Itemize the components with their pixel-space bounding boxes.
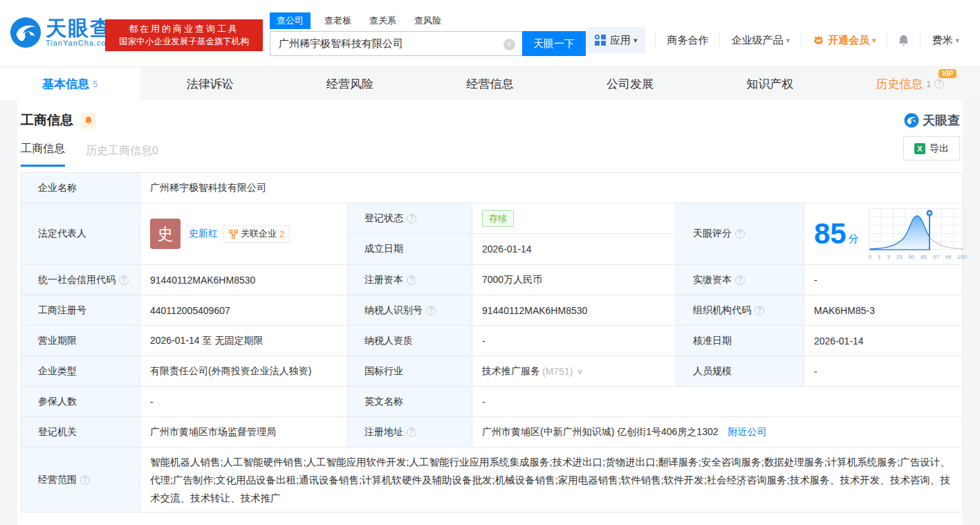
search-input[interactable] (270, 31, 522, 56)
company-name-label: 企业名称 (21, 173, 140, 203)
english-name-label: 英文名称 (348, 387, 472, 416)
avatar[interactable]: 史 (150, 219, 181, 249)
tab-legal-lawsuit[interactable]: 法律诉讼 (140, 67, 279, 100)
score-unit: 分 (849, 232, 859, 246)
score-value[interactable]: 85 分 (804, 203, 971, 264)
nav-item-vip[interactable]: 开通会员 ▾ (801, 33, 887, 47)
legal-rep-value: 史 史新红 关联企业 2 (140, 203, 348, 264)
company-nav-tabs: 基本信息 5 法律诉讼 经营风险 经营信息 公司发展 知识产权 VIP 历史信息… (0, 66, 980, 100)
reg-status-label: 登记状态? (348, 203, 472, 233)
search-tab-company[interactable]: 查公司 (270, 12, 311, 29)
related-count: 2 (279, 229, 284, 239)
paid-capital-label: 实缴资本? (676, 265, 804, 295)
vip-badge: VIP (939, 69, 956, 78)
help-icon[interactable]: ? (407, 427, 416, 437)
chevron-down-icon: ▾ (634, 36, 638, 45)
tab-basic-info[interactable]: 基本信息 5 (0, 67, 140, 100)
industry-value[interactable]: 技术推广服务 (M751) ∨ (472, 356, 676, 386)
staff-size-value: - (804, 356, 962, 386)
industry-code: (M751) (542, 366, 573, 377)
content-card: 工商信息 天眼查 工商信息 历史工商信息0 X 导出 企业名称 广州稀宇极智科技… (17, 100, 963, 525)
taxpayer-id-value: 91440112MAK6HM8530 (472, 295, 676, 325)
table-row: 营业期限 2026-01-14 至 无固定期限 纳税人资质 - 核准日期 202… (21, 326, 962, 356)
subtab-business-info[interactable]: 工商信息 (21, 142, 65, 167)
help-icon[interactable]: ? (735, 275, 745, 285)
reg-capital-value: 7000万人民币 (472, 265, 676, 295)
apps-grid-icon (595, 35, 606, 46)
staff-size-label: 人员规模 (676, 356, 804, 386)
watermark-logo: 天眼查 (904, 112, 960, 129)
help-icon[interactable]: ? (426, 306, 436, 315)
tianyancha-watermark-icon (904, 113, 919, 128)
taxpayer-quality-value: - (472, 326, 676, 356)
reg-number-value: 440112005409607 (140, 295, 348, 325)
tab-count: 5 (93, 79, 98, 89)
notification-bell-icon[interactable] (887, 33, 920, 47)
search-button[interactable]: 天眼一下 (522, 31, 586, 56)
tab-company-development[interactable]: 公司发展 (560, 67, 700, 100)
chevron-down-icon: ▾ (955, 36, 959, 45)
tianyancha-logo[interactable]: 天眼查 TianYanCha.com (10, 17, 113, 48)
apps-menu[interactable]: 应用 ▾ (586, 27, 646, 53)
approval-date-label: 核准日期 (676, 326, 804, 356)
help-icon[interactable]: ? (934, 79, 944, 89)
watermark-text: 天眼查 (923, 112, 960, 129)
table-row: 登记机关 广州市黄埔区市场监督管理局 注册地址? 广州市黄埔区(中新广州知识城)… (21, 417, 962, 448)
slogan-banner: 都在用的商业查询工具 国家中小企业发展子基金旗下机构 (105, 19, 263, 51)
reg-address-label: 注册地址? (348, 417, 472, 447)
apps-label: 应用 (610, 34, 631, 47)
search-tab-risk[interactable]: 查风险 (414, 15, 441, 27)
logo-text: 天眼查 (46, 18, 113, 39)
table-row: 企业名称 广州稀宇极智科技有限公司 (21, 173, 962, 203)
table-row: 参保人数 - 英文名称 - (21, 387, 962, 417)
business-scope-value: 智能机器人销售;人工智能硬件销售;人工智能应用软件开发;人工智能行业应用系统集成… (140, 448, 962, 512)
table-row: 经营范围? 智能机器人销售;人工智能硬件销售;人工智能应用软件开发;人工智能行业… (21, 448, 962, 512)
export-button[interactable]: X 导出 (903, 136, 960, 160)
subtab-history-business-info[interactable]: 历史工商信息0 (86, 144, 158, 167)
table-row: 统一社会信用代码? 91440112MAK6HM8530 注册资本? 7000万… (21, 265, 962, 295)
taxpayer-id-label: 纳税人识别号? (348, 295, 472, 325)
slogan-line1: 都在用的商业查询工具 (105, 22, 263, 35)
help-icon[interactable]: ? (755, 306, 764, 315)
legal-rep-label: 法定代表人 (21, 203, 140, 264)
help-icon[interactable]: ? (119, 275, 129, 285)
reg-authority-value: 广州市黄埔区市场监督管理局 (140, 417, 348, 447)
user-menu[interactable]: 费米 ▾ (920, 33, 970, 47)
help-icon[interactable]: ? (80, 475, 90, 485)
business-scope-label: 经营范围? (21, 448, 140, 512)
establish-date-value: 2026-01-14 (472, 234, 676, 264)
nav-item-enterprise[interactable]: 企业级产品 ▾ (719, 33, 801, 47)
reg-status-value: 存续 (472, 203, 676, 233)
chevron-down-icon[interactable]: ∨ (577, 367, 583, 376)
help-icon[interactable]: ? (407, 214, 416, 223)
tab-operation-risk[interactable]: 经营风险 (280, 67, 420, 100)
tab-operation-info[interactable]: 经营信息 (420, 67, 560, 100)
company-type-label: 企业类型 (21, 356, 140, 386)
tab-history-info[interactable]: VIP 历史信息 1 ? (840, 67, 980, 100)
tab-count: 1 (926, 79, 931, 89)
business-term-value: 2026-01-14 至 无固定期限 (140, 326, 348, 356)
help-icon[interactable]: ? (407, 275, 416, 285)
nearby-company-link[interactable]: 附近公司 (728, 426, 767, 439)
help-icon[interactable]: ? (735, 229, 745, 239)
search-tab-relation[interactable]: 查关系 (369, 15, 396, 27)
legal-rep-link[interactable]: 史新红 (189, 228, 218, 240)
approval-date-value: 2026-01-14 (804, 326, 962, 356)
clear-icon[interactable]: × (503, 39, 515, 50)
reg-authority-label: 登记机关 (21, 417, 140, 447)
tab-intellectual-property[interactable]: 知识产权 (700, 67, 840, 100)
industry-label: 国标行业 (348, 356, 472, 386)
business-term-label: 营业期限 (21, 326, 140, 356)
chart-axis-ticks: 0131550859799100 (869, 254, 967, 260)
header-nav: 应用 ▾ 商务合作 企业级产品 ▾ 开通会员 ▾ 费米 ▾ (586, 26, 970, 54)
taxpayer-quality-label: 纳税人资质 (348, 326, 472, 356)
company-type-value: 有限责任公司(外商投资企业法人独资) (140, 356, 348, 386)
subscribe-bell-icon[interactable] (80, 113, 96, 129)
nav-item-cooperation[interactable]: 商务合作 (655, 33, 719, 47)
org-code-label: 组织机构代码? (676, 295, 804, 325)
search-tab-boss[interactable]: 查老板 (324, 15, 351, 27)
related-company-badge[interactable]: 关联企业 2 (223, 225, 290, 243)
table-row: 企业类型 有限责任公司(外商投资企业法人独资) 国标行业 技术推广服务 (M75… (21, 356, 962, 387)
score-number: 85 (814, 219, 847, 248)
business-info-table: 企业名称 广州稀宇极智科技有限公司 法定代表人 史 史新红 关联企业 2 (21, 172, 963, 513)
